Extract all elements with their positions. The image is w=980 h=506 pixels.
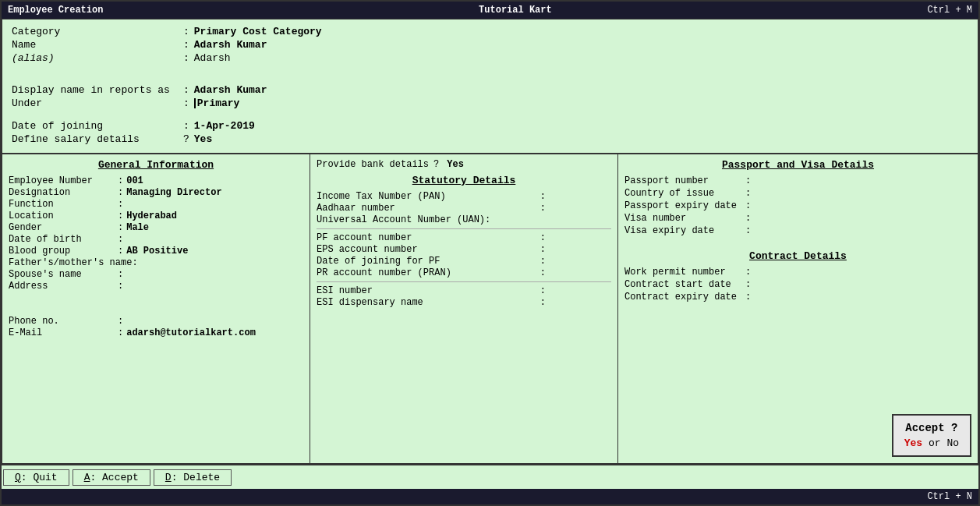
display-name-value: Adarsh Kumar bbox=[194, 84, 267, 96]
phone-label: Phone no. bbox=[9, 316, 118, 327]
pf-joining-label: Date of joining for PF bbox=[317, 256, 540, 267]
pan-row: Income Tax Number (PAN) : bbox=[317, 191, 611, 202]
accept-no[interactable]: No bbox=[946, 437, 959, 449]
name-value: Adarsh Kumar bbox=[194, 39, 267, 51]
aadhaar-label: Aadhaar number bbox=[317, 203, 540, 214]
location-value: Hyderabad bbox=[126, 211, 177, 221]
name-row: Name : Adarsh Kumar bbox=[12, 39, 968, 51]
dob-row: Date of birth : bbox=[9, 234, 303, 245]
accept-title: Accept ? bbox=[904, 422, 959, 434]
country-issue-label: Country of issue bbox=[624, 188, 745, 199]
bank-value: Yes bbox=[447, 159, 464, 170]
visa-number-label: Visa number bbox=[624, 213, 745, 224]
category-sep: : bbox=[183, 26, 189, 37]
accept-yes[interactable]: Yes bbox=[904, 437, 922, 449]
accept-or: or bbox=[929, 437, 946, 449]
accept-options: Yes or No bbox=[904, 437, 959, 449]
location-row: Location : Hyderabad bbox=[9, 211, 303, 221]
bottom-section: General Information Employee Number : 00… bbox=[2, 154, 978, 463]
pf-account-row: PF account number : bbox=[317, 232, 611, 243]
designation-row: Designation : Managing Director bbox=[9, 187, 303, 198]
alias-row: (alias) : Adarsh bbox=[12, 52, 968, 64]
title-bar: Employee Creation Tutorial Kart Ctrl + M bbox=[2, 2, 978, 19]
pran-value bbox=[549, 267, 611, 278]
pran-row: PR account number (PRAN) : bbox=[317, 267, 611, 278]
main-content: Category : Primary Cost Category Name : … bbox=[2, 19, 978, 464]
spouse-row: Spouse's name : bbox=[9, 269, 303, 280]
uan-value bbox=[549, 214, 611, 225]
quit-button[interactable]: Q: Quit bbox=[3, 469, 69, 486]
app-title: Tutorial Kart bbox=[479, 5, 552, 16]
display-name-label: Display name in reports as bbox=[12, 84, 183, 96]
define-salary-row: Define salary details ? Yes bbox=[12, 133, 968, 145]
under-row: Under : Primary bbox=[12, 97, 968, 109]
esi-dispensary-label: ESI dispensary name bbox=[317, 297, 540, 308]
esi-dispensary-value bbox=[549, 297, 611, 308]
status-text: Ctrl + N bbox=[927, 491, 972, 502]
under-sep: : bbox=[183, 97, 189, 109]
alias-value: Adarsh bbox=[194, 52, 231, 64]
statutory-col: Provide bank details ? Yes Statutory Det… bbox=[310, 154, 618, 463]
eps-value bbox=[549, 244, 611, 255]
uan-label: Universal Account Number (UAN): bbox=[317, 214, 549, 225]
contract-expiry-row: Contract expiry date : bbox=[624, 292, 971, 303]
statutory-title: Statutory Details bbox=[317, 175, 611, 186]
location-label: Location bbox=[9, 211, 118, 221]
pran-label: PR account number (PRAN) bbox=[317, 267, 540, 278]
email-value: adarsh@tutorialkart.com bbox=[126, 327, 256, 338]
work-permit-label: Work permit number bbox=[624, 267, 745, 278]
contract-expiry-label: Contract expiry date bbox=[624, 292, 745, 303]
general-info-col: General Information Employee Number : 00… bbox=[2, 154, 310, 463]
alias-sep: : bbox=[183, 52, 189, 64]
employee-number-row: Employee Number : 001 bbox=[9, 175, 303, 186]
accept-box: Accept ? Yes or No bbox=[892, 414, 971, 457]
name-label: Name bbox=[12, 39, 183, 51]
passport-visa-title: Passport and Visa Details bbox=[624, 159, 971, 171]
visa-expiry-row: Visa expiry date : bbox=[624, 225, 971, 236]
define-salary-value: Yes bbox=[194, 133, 212, 145]
category-label: Category bbox=[12, 26, 183, 37]
spouse-label: Spouse's name bbox=[9, 269, 118, 280]
under-label: Under bbox=[12, 97, 183, 109]
eps-row: EPS account number : bbox=[317, 244, 611, 255]
work-permit-row: Work permit number : bbox=[624, 267, 971, 278]
country-issue-row: Country of issue : bbox=[624, 188, 971, 199]
date-joining-row: Date of joining : 1-Apr-2019 bbox=[12, 120, 968, 132]
phone-row: Phone no. : bbox=[9, 316, 303, 327]
category-row: Category : Primary Cost Category bbox=[12, 26, 968, 37]
top-section: Category : Primary Cost Category Name : … bbox=[2, 19, 978, 154]
pf-account-label: PF account number bbox=[317, 232, 540, 243]
passport-contract-col: Passport and Visa Details Passport numbe… bbox=[618, 154, 978, 463]
category-value: Primary Cost Category bbox=[194, 26, 322, 37]
visa-number-row: Visa number : bbox=[624, 213, 971, 224]
window-title: Employee Creation bbox=[8, 5, 103, 16]
gender-value: Male bbox=[126, 222, 149, 233]
contract-details-title: Contract Details bbox=[624, 250, 971, 262]
date-joining-value: 1-Apr-2019 bbox=[194, 120, 255, 132]
delete-button[interactable]: D: Delete bbox=[154, 469, 232, 486]
email-row: E-Mail : adarsh@tutorialkart.com bbox=[9, 327, 303, 338]
blood-group-row: Blood group : AB Positive bbox=[9, 246, 303, 257]
pf-account-value bbox=[549, 232, 611, 243]
aadhaar-row: Aadhaar number : bbox=[317, 203, 611, 214]
passport-number-row: Passport number : bbox=[624, 175, 971, 186]
under-value: Primary bbox=[194, 97, 240, 109]
contract-start-label: Contract start date bbox=[624, 279, 745, 290]
shortcut-label: Ctrl + M bbox=[927, 5, 972, 16]
accept-button[interactable]: A: Accept bbox=[73, 469, 150, 486]
esi-label: ESI number bbox=[317, 285, 540, 296]
pf-joining-row: Date of joining for PF : bbox=[317, 256, 611, 267]
visa-expiry-label: Visa expiry date bbox=[624, 225, 745, 236]
email-label: E-Mail bbox=[9, 327, 118, 338]
general-info-title: General Information bbox=[9, 159, 303, 171]
blood-group-value: AB Positive bbox=[126, 246, 188, 257]
designation-value: Managing Director bbox=[126, 187, 221, 198]
blood-group-label: Blood group bbox=[9, 246, 118, 257]
esi-dispensary-row: ESI dispensary name : bbox=[317, 297, 611, 308]
define-salary-label: Define salary details bbox=[12, 133, 183, 145]
father-label: Father's/mother's name: bbox=[9, 257, 138, 268]
gender-label: Gender bbox=[9, 222, 118, 233]
pan-label: Income Tax Number (PAN) bbox=[317, 191, 540, 202]
display-name-sep: : bbox=[183, 84, 189, 96]
eps-label: EPS account number bbox=[317, 244, 540, 255]
